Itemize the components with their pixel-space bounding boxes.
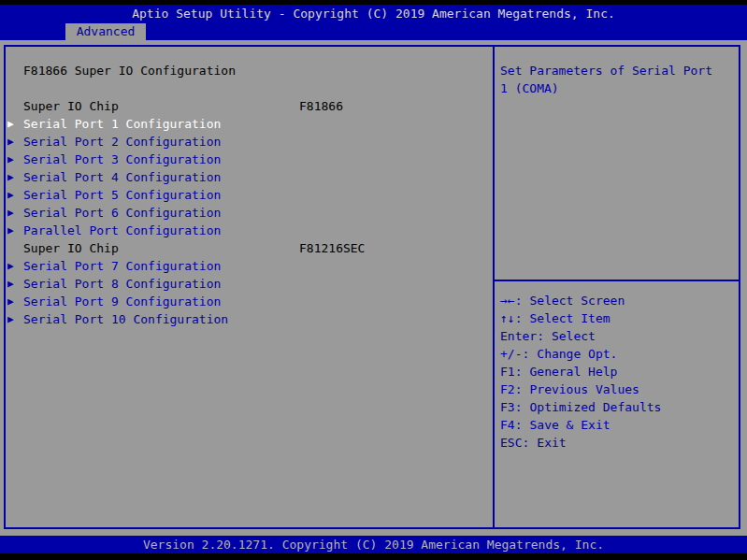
footer-bar: Version 2.20.1271. Copyright (C) 2019 Am… — [0, 536, 747, 553]
key-legend-row: F2:Previous Values — [500, 381, 739, 398]
key-label: F3: — [500, 400, 522, 414]
key-label: F2: — [500, 382, 522, 396]
setting-value: F81866 — [299, 97, 343, 115]
submenu-arrow-icon: ▶ — [7, 222, 14, 239]
key-action: Change Opt. — [537, 347, 617, 361]
setting-value: F81216SEC — [299, 239, 365, 257]
key-legend-row: Enter:Select — [500, 327, 739, 345]
submenu-arrow-icon: ▶ — [7, 133, 14, 151]
help-divider — [495, 280, 739, 281]
help-panel: Set Parameters of Serial Port 1 (COMA) →… — [495, 47, 739, 527]
key-action: Optimized Defaults — [529, 400, 661, 414]
header-bar: Aptio Setup Utility - Copyright (C) 2019… — [0, 5, 747, 23]
key-label: Enter: — [500, 329, 544, 343]
key-legend-row: +/-:Change Opt. — [500, 345, 739, 363]
key-legend-row: F1:General Help — [500, 363, 739, 381]
key-action: Exit — [537, 436, 566, 450]
tab-bar: Advanced — [0, 23, 747, 40]
key-action: Select Item — [529, 311, 610, 325]
submenu-arrow-icon: ▶ — [7, 293, 14, 310]
menu-item-label: Parallel Port Configuration — [23, 223, 221, 237]
key-label: +/-: — [500, 347, 529, 361]
footer-version-text: Version 2.20.1271. Copyright (C) 2019 Am… — [143, 538, 604, 552]
menu-item-label: Serial Port 3 Configuration — [23, 152, 221, 166]
menu-item-label: Serial Port 10 Configuration — [23, 312, 228, 326]
bios-setup-screen: Aptio Setup Utility - Copyright (C) 2019… — [0, 0, 747, 560]
key-action: Select — [552, 329, 596, 343]
submenu-arrow-icon: ▶ — [7, 257, 14, 275]
key-legend-row: ESC:Exit — [500, 434, 739, 452]
menu-item-serial-port-5[interactable]: ▶ Serial Port 5 Configuration — [6, 186, 493, 204]
menu-item-label: Serial Port 9 Configuration — [23, 294, 221, 309]
main-panel: F81866 Super IO Configuration Super IO C… — [4, 45, 740, 529]
menu-item-label: Serial Port 4 Configuration — [23, 170, 221, 184]
key-action: General Help — [529, 365, 617, 379]
menu-item-serial-port-10[interactable]: ▶ Serial Port 10 Configuration — [6, 310, 493, 328]
menu-item-serial-port-6[interactable]: ▶ Serial Port 6 Configuration — [6, 204, 493, 222]
submenu-arrow-icon: ▶ — [7, 186, 14, 204]
menu-item-serial-port-8[interactable]: ▶ Serial Port 8 Configuration — [6, 275, 493, 293]
menu-item-serial-port-7[interactable]: ▶ Serial Port 7 Configuration — [6, 257, 493, 275]
submenu-arrow-icon: ▶ — [7, 168, 14, 186]
submenu-arrow-icon: ▶ — [7, 151, 14, 168]
menu-item-serial-port-2[interactable]: ▶ Serial Port 2 Configuration — [6, 133, 493, 151]
key-action: Select Screen — [529, 294, 625, 308]
header-title: Aptio Setup Utility - Copyright (C) 2019… — [132, 7, 615, 21]
menu-item-serial-port-9[interactable]: ▶ Serial Port 9 Configuration — [6, 293, 493, 310]
key-legend-row: F3:Optimized Defaults — [500, 398, 739, 416]
key-legend-row: →←:Select Screen — [500, 292, 739, 309]
bottom-frame-border — [0, 553, 747, 560]
key-legend-row: F4:Save & Exit — [500, 416, 739, 434]
setting-row-super-io-chip-1: Super IO Chip F81866 — [6, 97, 493, 115]
settings-list: F81866 Super IO Configuration Super IO C… — [6, 47, 493, 527]
submenu-arrow-icon: ▶ — [7, 310, 14, 328]
submenu-arrow-icon: ▶ — [7, 115, 14, 133]
menu-item-label: Serial Port 2 Configuration — [23, 135, 221, 149]
setting-label: Super IO Chip — [23, 241, 119, 255]
key-label: ESC: — [500, 436, 529, 450]
spacer-row — [6, 79, 493, 97]
menu-item-label: Serial Port 1 Configuration — [23, 117, 221, 131]
menu-item-label: Serial Port 8 Configuration — [23, 277, 221, 291]
setting-row-super-io-chip-2: Super IO Chip F81216SEC — [6, 239, 493, 257]
submenu-arrow-icon: ▶ — [7, 275, 14, 293]
section-title: F81866 Super IO Configuration — [6, 62, 493, 79]
menu-item-label: Serial Port 7 Configuration — [23, 259, 221, 273]
help-description: Set Parameters of Serial Port 1 (COMA) — [495, 47, 730, 97]
submenu-arrow-icon: ▶ — [7, 204, 14, 222]
key-label: F1: — [500, 365, 522, 379]
menu-item-label: Serial Port 5 Configuration — [23, 188, 221, 202]
key-legend: →←:Select Screen ↑↓:Select Item Enter:Se… — [500, 292, 739, 452]
setting-label: Super IO Chip — [23, 99, 119, 113]
key-legend-row: ↑↓:Select Item — [500, 309, 739, 327]
key-label: →←: — [500, 294, 522, 308]
key-label: ↑↓: — [500, 311, 522, 325]
key-label: F4: — [500, 418, 522, 432]
menu-item-parallel-port[interactable]: ▶ Parallel Port Configuration — [6, 222, 493, 239]
tab-advanced[interactable]: Advanced — [65, 23, 146, 40]
key-action: Previous Values — [529, 382, 639, 396]
menu-item-serial-port-1[interactable]: ▶ Serial Port 1 Configuration — [6, 115, 493, 133]
menu-item-label: Serial Port 6 Configuration — [23, 206, 221, 220]
menu-item-serial-port-3[interactable]: ▶ Serial Port 3 Configuration — [6, 151, 493, 168]
menu-item-serial-port-4[interactable]: ▶ Serial Port 4 Configuration — [6, 168, 493, 186]
key-action: Save & Exit — [529, 418, 610, 432]
